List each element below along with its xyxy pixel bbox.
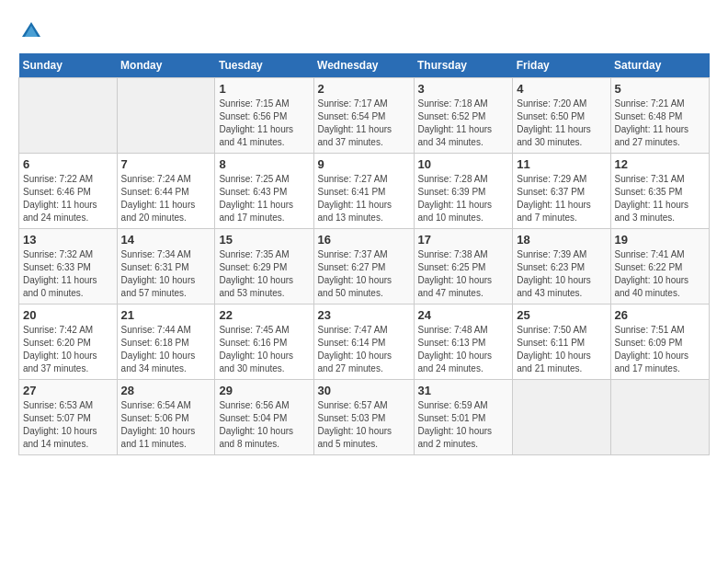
day-number: 22 — [219, 308, 309, 322]
week-row-1: 1Sunrise: 7:15 AM Sunset: 6:56 PM Daylig… — [19, 78, 710, 154]
day-info: Sunrise: 7:34 AM Sunset: 6:31 PM Dayligh… — [121, 248, 211, 300]
logo — [18, 18, 48, 44]
day-number: 18 — [517, 233, 606, 247]
header-wednesday: Wednesday — [313, 53, 414, 78]
day-info: Sunrise: 6:56 AM Sunset: 5:04 PM Dayligh… — [219, 399, 309, 451]
calendar-cell: 4Sunrise: 7:20 AM Sunset: 6:50 PM Daylig… — [513, 78, 610, 154]
day-number: 6 — [23, 157, 113, 171]
calendar-cell: 27Sunrise: 6:53 AM Sunset: 5:07 PM Dayli… — [19, 380, 118, 455]
calendar-cell: 31Sunrise: 6:59 AM Sunset: 5:01 PM Dayli… — [414, 380, 513, 455]
day-number: 2 — [318, 82, 410, 96]
day-info: Sunrise: 7:37 AM Sunset: 6:27 PM Dayligh… — [318, 248, 410, 300]
calendar-cell: 25Sunrise: 7:50 AM Sunset: 6:11 PM Dayli… — [513, 304, 610, 380]
calendar-cell: 8Sunrise: 7:25 AM Sunset: 6:43 PM Daylig… — [215, 154, 313, 229]
day-number: 3 — [418, 82, 509, 96]
calendar-cell: 26Sunrise: 7:51 AM Sunset: 6:09 PM Dayli… — [610, 304, 710, 380]
day-info: Sunrise: 7:41 AM Sunset: 6:22 PM Dayligh… — [615, 248, 706, 300]
header-monday: Monday — [117, 53, 215, 78]
day-number: 20 — [23, 308, 113, 322]
day-number: 24 — [418, 308, 509, 322]
day-info: Sunrise: 7:50 AM Sunset: 6:11 PM Dayligh… — [517, 324, 606, 375]
header-thursday: Thursday — [414, 53, 513, 78]
calendar-cell: 29Sunrise: 6:56 AM Sunset: 5:04 PM Dayli… — [215, 380, 313, 455]
day-info: Sunrise: 7:18 AM Sunset: 6:52 PM Dayligh… — [418, 98, 509, 149]
day-info: Sunrise: 7:31 AM Sunset: 6:35 PM Dayligh… — [615, 173, 706, 224]
day-info: Sunrise: 7:28 AM Sunset: 6:39 PM Dayligh… — [418, 173, 509, 224]
day-info: Sunrise: 7:35 AM Sunset: 6:29 PM Dayligh… — [219, 248, 309, 300]
calendar-cell: 24Sunrise: 7:48 AM Sunset: 6:13 PM Dayli… — [414, 304, 513, 380]
day-info: Sunrise: 7:45 AM Sunset: 6:16 PM Dayligh… — [219, 324, 309, 375]
calendar-cell — [19, 78, 118, 154]
day-number: 9 — [318, 157, 410, 171]
calendar-cell: 2Sunrise: 7:17 AM Sunset: 6:54 PM Daylig… — [313, 78, 414, 154]
day-number: 8 — [219, 157, 309, 171]
calendar-cell — [513, 380, 610, 455]
day-number: 17 — [418, 233, 509, 247]
day-info: Sunrise: 7:39 AM Sunset: 6:23 PM Dayligh… — [517, 248, 606, 300]
week-row-3: 13Sunrise: 7:32 AM Sunset: 6:33 PM Dayli… — [19, 229, 710, 304]
calendar-cell: 28Sunrise: 6:54 AM Sunset: 5:06 PM Dayli… — [117, 380, 215, 455]
header-sunday: Sunday — [19, 53, 118, 78]
logo-icon — [18, 18, 44, 44]
day-info: Sunrise: 7:29 AM Sunset: 6:37 PM Dayligh… — [517, 173, 606, 224]
calendar-cell: 13Sunrise: 7:32 AM Sunset: 6:33 PM Dayli… — [19, 229, 118, 304]
calendar-cell: 9Sunrise: 7:27 AM Sunset: 6:41 PM Daylig… — [313, 154, 414, 229]
day-number: 25 — [517, 308, 606, 322]
day-number: 21 — [121, 308, 211, 322]
day-info: Sunrise: 6:59 AM Sunset: 5:01 PM Dayligh… — [418, 399, 509, 451]
calendar-cell: 12Sunrise: 7:31 AM Sunset: 6:35 PM Dayli… — [610, 154, 710, 229]
day-number: 11 — [517, 157, 606, 171]
calendar-cell: 1Sunrise: 7:15 AM Sunset: 6:56 PM Daylig… — [215, 78, 313, 154]
calendar-cell: 30Sunrise: 6:57 AM Sunset: 5:03 PM Dayli… — [313, 380, 414, 455]
day-number: 12 — [615, 157, 706, 171]
calendar-cell: 7Sunrise: 7:24 AM Sunset: 6:44 PM Daylig… — [117, 154, 215, 229]
day-info: Sunrise: 6:54 AM Sunset: 5:06 PM Dayligh… — [121, 399, 211, 451]
calendar-cell: 3Sunrise: 7:18 AM Sunset: 6:52 PM Daylig… — [414, 78, 513, 154]
day-number: 30 — [318, 384, 410, 397]
day-number: 14 — [121, 233, 211, 247]
calendar-cell: 19Sunrise: 7:41 AM Sunset: 6:22 PM Dayli… — [610, 229, 710, 304]
day-number: 13 — [23, 233, 113, 247]
calendar-cell: 18Sunrise: 7:39 AM Sunset: 6:23 PM Dayli… — [513, 229, 610, 304]
calendar-cell: 23Sunrise: 7:47 AM Sunset: 6:14 PM Dayli… — [313, 304, 414, 380]
day-number: 23 — [318, 308, 410, 322]
calendar-cell: 16Sunrise: 7:37 AM Sunset: 6:27 PM Dayli… — [313, 229, 414, 304]
calendar-cell: 14Sunrise: 7:34 AM Sunset: 6:31 PM Dayli… — [117, 229, 215, 304]
day-info: Sunrise: 7:15 AM Sunset: 6:56 PM Dayligh… — [219, 98, 309, 149]
day-number: 31 — [418, 384, 509, 397]
day-info: Sunrise: 7:32 AM Sunset: 6:33 PM Dayligh… — [23, 248, 113, 300]
header-friday: Friday — [513, 53, 610, 78]
day-info: Sunrise: 7:51 AM Sunset: 6:09 PM Dayligh… — [615, 324, 706, 375]
day-info: Sunrise: 6:53 AM Sunset: 5:07 PM Dayligh… — [23, 399, 113, 451]
day-info: Sunrise: 7:24 AM Sunset: 6:44 PM Dayligh… — [121, 173, 211, 224]
calendar-cell: 22Sunrise: 7:45 AM Sunset: 6:16 PM Dayli… — [215, 304, 313, 380]
day-info: Sunrise: 7:25 AM Sunset: 6:43 PM Dayligh… — [219, 173, 309, 224]
week-row-2: 6Sunrise: 7:22 AM Sunset: 6:46 PM Daylig… — [19, 154, 710, 229]
calendar-table: SundayMondayTuesdayWednesdayThursdayFrid… — [18, 53, 710, 455]
day-number: 15 — [219, 233, 309, 247]
day-number: 10 — [418, 157, 509, 171]
day-info: Sunrise: 6:57 AM Sunset: 5:03 PM Dayligh… — [318, 399, 410, 451]
day-number: 7 — [121, 157, 211, 171]
day-number: 28 — [121, 384, 211, 397]
calendar-cell: 21Sunrise: 7:44 AM Sunset: 6:18 PM Dayli… — [117, 304, 215, 380]
day-number: 4 — [517, 82, 606, 96]
day-info: Sunrise: 7:27 AM Sunset: 6:41 PM Dayligh… — [318, 173, 410, 224]
calendar-body: 1Sunrise: 7:15 AM Sunset: 6:56 PM Daylig… — [19, 78, 710, 455]
day-info: Sunrise: 7:17 AM Sunset: 6:54 PM Dayligh… — [318, 98, 410, 149]
day-number: 27 — [23, 384, 113, 397]
calendar-cell: 6Sunrise: 7:22 AM Sunset: 6:46 PM Daylig… — [19, 154, 118, 229]
day-info: Sunrise: 7:42 AM Sunset: 6:20 PM Dayligh… — [23, 324, 113, 375]
day-info: Sunrise: 7:21 AM Sunset: 6:48 PM Dayligh… — [615, 98, 706, 149]
calendar-cell: 5Sunrise: 7:21 AM Sunset: 6:48 PM Daylig… — [610, 78, 710, 154]
week-row-4: 20Sunrise: 7:42 AM Sunset: 6:20 PM Dayli… — [19, 304, 710, 380]
day-info: Sunrise: 7:22 AM Sunset: 6:46 PM Dayligh… — [23, 173, 113, 224]
day-info: Sunrise: 7:44 AM Sunset: 6:18 PM Dayligh… — [121, 324, 211, 375]
day-number: 16 — [318, 233, 410, 247]
calendar-cell: 20Sunrise: 7:42 AM Sunset: 6:20 PM Dayli… — [19, 304, 118, 380]
header-tuesday: Tuesday — [215, 53, 313, 78]
day-number: 19 — [615, 233, 706, 247]
calendar-header: SundayMondayTuesdayWednesdayThursdayFrid… — [19, 53, 710, 78]
calendar-cell: 11Sunrise: 7:29 AM Sunset: 6:37 PM Dayli… — [513, 154, 610, 229]
calendar-cell: 10Sunrise: 7:28 AM Sunset: 6:39 PM Dayli… — [414, 154, 513, 229]
